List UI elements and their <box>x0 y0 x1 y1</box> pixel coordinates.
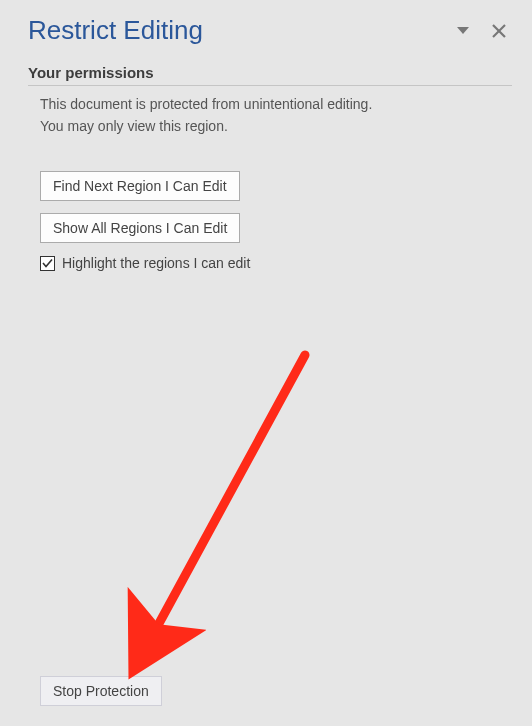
checkbox-label: Highlight the regions I can edit <box>62 255 250 271</box>
description-line: This document is protected from unintent… <box>40 94 512 116</box>
dropdown-icon[interactable] <box>454 22 472 40</box>
close-icon[interactable] <box>490 22 508 40</box>
permissions-heading: Your permissions <box>28 64 512 86</box>
find-next-region-button[interactable]: Find Next Region I Can Edit <box>40 171 240 201</box>
svg-marker-0 <box>457 27 469 34</box>
show-all-regions-button[interactable]: Show All Regions I Can Edit <box>40 213 240 243</box>
permissions-description: This document is protected from unintent… <box>28 94 512 137</box>
pane-controls <box>454 22 512 40</box>
pane-title: Restrict Editing <box>28 15 203 46</box>
highlight-regions-checkbox[interactable]: Highlight the regions I can edit <box>40 255 250 271</box>
checkbox-icon <box>40 256 55 271</box>
stop-protection-button[interactable]: Stop Protection <box>40 676 162 706</box>
description-line: You may only view this region. <box>40 116 512 138</box>
pane-header: Restrict Editing <box>28 15 512 46</box>
